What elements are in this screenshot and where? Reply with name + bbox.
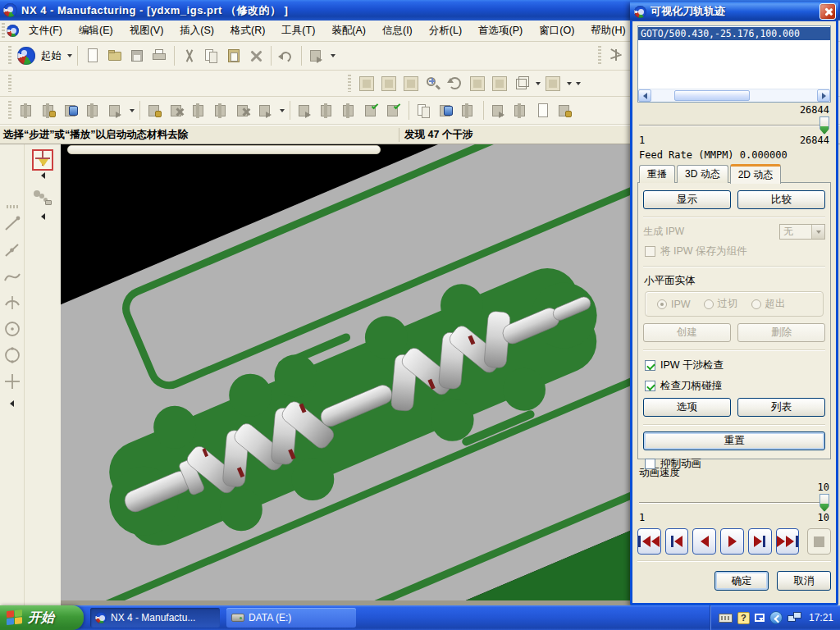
create-operation-icon[interactable] [106,101,126,121]
collapse-left-icon[interactable] [41,172,45,179]
play-forward-button[interactable] [720,528,744,555]
zoom-icon[interactable] [379,74,399,94]
confirm-toolpath-icon[interactable] [384,101,404,121]
paste-icon[interactable] [224,46,244,66]
toolbar-overflow-icon[interactable] [576,82,581,85]
menu-edit[interactable]: 编辑(E) [71,21,121,40]
cancel-button[interactable]: 取消 [777,571,831,591]
list-button[interactable]: 列表 [737,398,825,417]
ipw-interference-checkbox[interactable]: IPW 干涉检查 [645,358,824,372]
menu-view[interactable]: 视图(V) [122,21,171,40]
help-tray-icon[interactable]: ? [737,612,750,624]
dialog-titlebar[interactable]: 可视化刀轨轨迹 [630,2,838,21]
output-cls-icon[interactable] [533,101,553,121]
tab-3d-dynamic[interactable]: 3D 动态 [677,165,728,183]
create-tool-icon[interactable] [39,101,59,121]
reset-button[interactable]: 重置 [643,431,825,450]
animation-speed-slider[interactable] [639,494,829,512]
docked-toolbar-strip[interactable] [67,145,381,154]
restore-tray-icon[interactable] [755,614,765,622]
post-process-icon[interactable] [489,101,509,121]
tab-2d-dynamic[interactable]: 2D 动态 [730,164,782,184]
slider-track[interactable] [639,502,829,504]
toolbar-grip[interactable] [8,101,11,120]
paste-operation-icon[interactable] [212,101,231,121]
chevron-down-icon[interactable] [130,109,135,112]
fit-view-icon[interactable] [357,74,377,94]
arc-icon[interactable] [2,290,22,315]
copy-operation-icon[interactable] [189,101,209,121]
show-button[interactable]: 显示 [643,190,731,209]
start-menu-label[interactable]: 起始 [41,49,62,63]
batch-process-icon[interactable] [555,101,575,121]
circle-icon[interactable] [2,343,22,368]
layer-settings-icon[interactable] [543,74,563,94]
rotate-view-icon[interactable] [445,74,465,94]
slider-track[interactable] [639,125,829,126]
go-to-end-button[interactable] [776,528,800,555]
menu-assemblies[interactable]: 装配(A) [324,21,373,40]
save-icon[interactable] [127,46,147,66]
go-to-start-button[interactable] [637,528,661,555]
menu-analysis[interactable]: 分析(L) [422,21,469,40]
ok-button[interactable]: 确定 [714,571,769,591]
circle-center-icon[interactable] [2,317,22,341]
toolpath-listbox[interactable]: GOTO/500.430,-25.176,100.000 [637,25,831,103]
menu-format[interactable]: 格式(R) [223,21,272,40]
slider-thumb[interactable] [819,494,829,512]
point-icon[interactable] [2,369,22,394]
collapse-left-icon[interactable] [10,400,14,407]
create-geometry-icon[interactable] [62,101,81,121]
verify-toolpath-icon[interactable] [340,101,359,121]
network-icon[interactable] [788,612,802,623]
menu-tools[interactable]: 工具(T) [274,21,322,40]
print-icon[interactable] [149,46,169,66]
start-button[interactable]: 开始 [0,605,84,630]
menu-window[interactable]: 窗口(O) [532,21,582,40]
taskbar-task-data-drive[interactable]: DATA (E:) [226,608,356,628]
magnifier-icon[interactable] [423,74,443,94]
tool-holder-icon[interactable] [436,101,456,121]
toolbar-grip[interactable] [8,75,11,93]
toolbar-grip[interactable] [598,46,601,66]
cut-icon[interactable] [180,46,199,66]
compare-button[interactable]: 比较 [737,190,825,209]
collapse-left-icon[interactable] [41,213,45,220]
menu-preferences[interactable]: 首选项(P) [471,21,530,40]
toolbar-grip[interactable] [8,46,11,66]
edit-operation-icon[interactable] [145,101,165,121]
list-toolpath-icon[interactable] [362,101,381,121]
line-point-icon[interactable] [2,238,22,262]
slider-thumb[interactable] [819,116,829,135]
selection-filter-icon[interactable] [32,149,53,171]
close-icon[interactable] [819,3,836,20]
delete-operation-icon[interactable] [234,101,253,121]
delete-icon[interactable] [246,46,266,66]
zoom-region-icon[interactable] [401,74,421,94]
play-backward-button[interactable] [692,528,716,555]
menu-information[interactable]: 信息(I) [375,21,420,40]
step-back-button[interactable] [665,528,689,555]
create-program-icon[interactable] [17,101,37,121]
transform-operation-icon[interactable] [256,101,276,121]
line-icon[interactable] [2,212,22,236]
toolpath-progress-slider[interactable] [639,116,829,135]
tab-replay[interactable]: 重播 [639,165,675,183]
workpiece-icon[interactable] [459,101,478,121]
chevron-down-icon[interactable] [280,109,285,112]
generate-toolpath-icon[interactable] [295,101,315,121]
suppress-animation-checkbox[interactable]: 抑制动画 [645,457,824,471]
menu-file[interactable]: 文件(F) [21,21,70,40]
options-button[interactable]: 选项 [643,398,731,417]
pan-icon[interactable] [468,74,487,94]
checkbox-box[interactable] [645,360,655,371]
scroll-left-icon[interactable] [638,89,651,102]
holder-collision-checkbox[interactable]: 检查刀柄碰撞 [645,379,824,393]
toolbar-grip[interactable] [7,205,18,208]
scrollbar-thumb[interactable] [674,90,750,101]
shaded-view-icon[interactable] [490,74,509,94]
cut-operation-icon[interactable] [167,101,187,121]
chevron-down-icon[interactable] [331,54,336,57]
new-file-icon[interactable] [83,46,103,66]
spline-icon[interactable] [2,264,22,289]
